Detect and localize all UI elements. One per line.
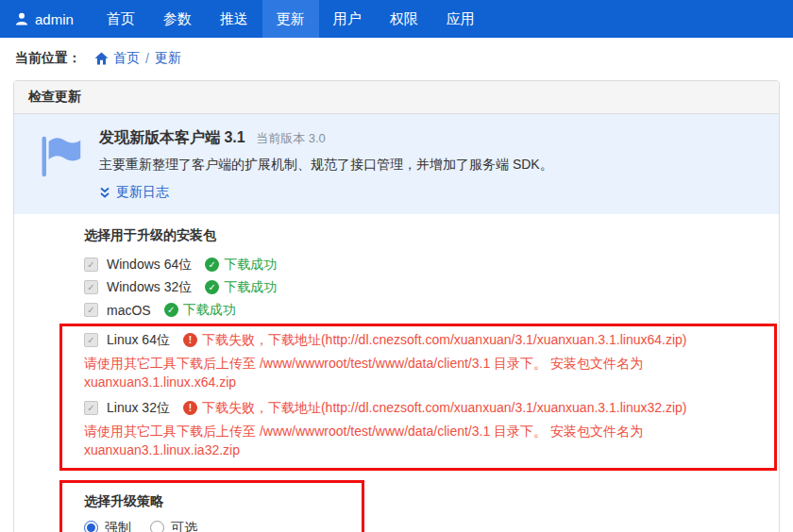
status-text: 下载失败，下载地址(http://dl.cnezsoft.com/xuanxua… <box>202 332 687 349</box>
breadcrumb: 当前位置： 首页 / 更新 <box>0 38 793 78</box>
check-circle-icon: ✓ <box>205 258 219 272</box>
release-description: 主要重新整理了客户端的扩展机制、规范了接口管理，并增加了服务端 SDK。 <box>99 156 760 174</box>
nav-item-label: 用户 <box>333 10 362 28</box>
current-version-text: 当前版本 3.0 <box>256 131 326 145</box>
download-status: ✓ 下载成功 <box>164 302 236 319</box>
package-label: Windows 32位 <box>107 279 192 296</box>
check-circle-icon: ✓ <box>164 303 178 317</box>
exclamation-circle-icon: ! <box>183 401 197 415</box>
user-icon <box>15 12 28 25</box>
package-checkbox[interactable]: ✓ <box>84 280 98 294</box>
nav-item-apps[interactable]: 应用 <box>432 0 489 38</box>
package-row-windows64: ✓ Windows 64位 ✓ 下载成功 <box>84 256 766 274</box>
package-checkbox[interactable]: ✓ <box>84 333 98 347</box>
package-checkbox[interactable]: ✓ <box>84 401 98 415</box>
panel-body: 选择用于升级的安装包 ✓ Windows 64位 ✓ 下载成功 ✓ Window… <box>14 214 779 532</box>
status-text: 下载成功 <box>224 279 277 296</box>
nav-item-permissions[interactable]: 权限 <box>376 0 432 38</box>
packages-heading: 选择用于升级的安装包 <box>84 226 766 243</box>
package-checkbox[interactable]: ✓ <box>84 258 98 272</box>
breadcrumb-current-label: 更新 <box>155 50 181 67</box>
strategy-options: 强制 可选 <box>84 519 339 532</box>
download-status: ✓ 下载成功 <box>205 257 277 274</box>
radio-selected-icon <box>84 521 98 532</box>
nav-item-label: 更新 <box>277 10 305 28</box>
manual-upload-note: 请使用其它工具下载后上传至 /www/wwwroot/test/www/data… <box>84 354 765 391</box>
check-circle-icon: ✓ <box>205 280 219 294</box>
nav-item-label: 首页 <box>107 10 135 28</box>
status-text: 下载成功 <box>183 302 236 319</box>
package-checkbox[interactable]: ✓ <box>84 303 98 317</box>
package-row-linux32: ✓ Linux 32位 ! 下载失败，下载地址(http://dl.cnezso… <box>84 399 765 418</box>
radio-label: 可选 <box>171 520 197 532</box>
nav-item-label: 应用 <box>447 10 475 28</box>
new-version-title: 发现新版本客户端 3.1 当前版本 3.0 <box>99 128 760 148</box>
nav-item-label: 参数 <box>163 10 192 28</box>
package-row-macos: ✓ macOS ✓ 下载成功 <box>84 301 766 320</box>
nav-item-params[interactable]: 参数 <box>149 0 206 38</box>
manual-upload-note: 请使用其它工具下载后上传至 /www/wwwroot/test/www/data… <box>84 422 765 459</box>
status-text: 下载成功 <box>224 257 277 274</box>
radio-unselected-icon <box>150 521 164 532</box>
status-text: 下载失败，下载地址(http://dl.cnezsoft.com/xuanxua… <box>202 400 687 417</box>
nav-item-home[interactable]: 首页 <box>93 0 149 38</box>
breadcrumb-separator: / <box>145 51 149 66</box>
package-row-windows32: ✓ Windows 32位 ✓ 下载成功 <box>84 278 766 297</box>
radio-label: 强制 <box>105 520 131 532</box>
strategy-heading: 选择升级策略 <box>84 492 339 509</box>
exclamation-circle-icon: ! <box>183 333 197 347</box>
breadcrumb-label: 当前位置： <box>15 50 81 67</box>
breadcrumb-current-link[interactable]: 更新 <box>155 50 181 67</box>
nav-item-push[interactable]: 推送 <box>206 0 262 38</box>
annotation-box-linux-failures: ✓ Linux 64位 ! 下载失败，下载地址(http://dl.cnezso… <box>59 324 777 471</box>
package-label: macOS <box>107 303 151 318</box>
download-status: ! 下载失败，下载地址(http://dl.cnezsoft.com/xuanx… <box>183 332 687 349</box>
top-navbar: admin 首页 参数 推送 更新 用户 权限 应用 <box>0 0 793 38</box>
panel-title: 检查更新 <box>14 81 779 114</box>
package-label: Linux 32位 <box>107 400 170 417</box>
changelog-link[interactable]: 更新日志 <box>99 184 169 201</box>
package-label: Linux 64位 <box>107 332 170 349</box>
nav-item-users[interactable]: 用户 <box>319 0 376 38</box>
nav-item-update-active[interactable]: 更新 <box>262 0 319 38</box>
breadcrumb-home-link[interactable]: 首页 <box>94 50 140 67</box>
new-version-alert: 发现新版本客户端 3.1 当前版本 3.0 主要重新整理了客户端的扩展机制、规范… <box>14 114 779 214</box>
package-row-linux64: ✓ Linux 64位 ! 下载失败，下载地址(http://dl.cnezso… <box>84 331 765 350</box>
breadcrumb-home-label: 首页 <box>113 50 140 67</box>
chevrons-down-icon <box>99 187 110 199</box>
package-label: Windows 64位 <box>107 257 192 274</box>
new-version-text: 发现新版本客户端 3.1 <box>99 129 245 145</box>
annotation-box-strategy: 选择升级策略 强制 可选 立即发布更新 或 仅保存更新 <box>59 480 364 532</box>
changelog-label: 更新日志 <box>116 184 169 201</box>
download-status: ! 下载失败，下载地址(http://dl.cnezsoft.com/xuanx… <box>183 400 687 417</box>
flag-icon <box>39 132 82 202</box>
nav-item-label: 权限 <box>390 10 418 28</box>
download-status: ✓ 下载成功 <box>205 279 277 296</box>
nav-user[interactable]: admin <box>0 0 93 38</box>
check-update-panel: 检查更新 发现新版本客户端 3.1 当前版本 3.0 主要重新整理了客户端的扩展… <box>13 80 780 532</box>
nav-item-label: 推送 <box>220 10 248 28</box>
radio-optional[interactable]: 可选 <box>150 520 197 532</box>
nav-username: admin <box>35 11 74 27</box>
home-icon <box>94 52 109 65</box>
radio-force[interactable]: 强制 <box>84 520 131 532</box>
